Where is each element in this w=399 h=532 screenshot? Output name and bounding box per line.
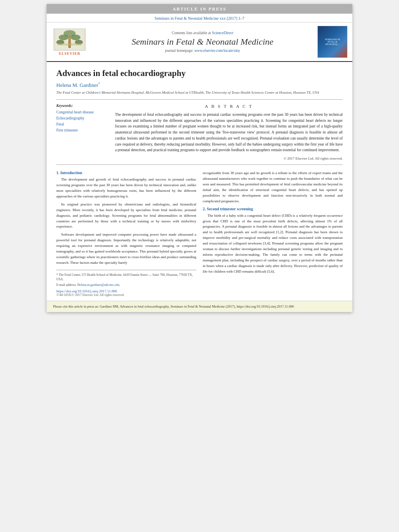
- sciencedirect-link[interactable]: ScienceDirect: [212, 31, 233, 35]
- footnote-1: * The Fetal Center, UT Health School of …: [56, 273, 196, 281]
- footnote-section: * The Fetal Center, UT Health School of …: [56, 270, 196, 297]
- body-right-column: recognizable from 30 years ago and its g…: [203, 170, 343, 297]
- section-2-para: The birth of a baby with a congenital he…: [203, 213, 343, 275]
- svg-point-2: [59, 35, 68, 40]
- section-1-title: 1. Introduction: [56, 170, 196, 175]
- copyright-line: © 2017 Elsevier Ltd. All rights reserved…: [115, 156, 343, 160]
- abstract-text: The development of fetal echocardiograph…: [115, 112, 343, 153]
- journal-title-center: Contents lists available at ScienceDirec…: [88, 31, 317, 53]
- divider-1: [56, 99, 343, 100]
- issn-text: 1744-165X/© 2017 Elsevier Ltd. All right…: [56, 293, 196, 297]
- section-1-right-para: recognizable from 30 years ago and its g…: [203, 170, 343, 204]
- abstract-column: A B S T R A C T The development of fetal…: [115, 104, 343, 160]
- contents-line: Contents lists available at ScienceDirec…: [88, 31, 317, 35]
- author-name: Helena M. Gardiner*: [56, 82, 343, 88]
- abstract-title: A B S T R A C T: [115, 104, 343, 109]
- cover-text: SEMINARS INFETAL &NEONATAL...: [324, 37, 341, 46]
- elsevier-label: ELSEVIER: [59, 51, 80, 55]
- keyword-3: Fetal: [56, 121, 109, 127]
- aip-banner: ARTICLE IN PRESS: [47, 4, 352, 14]
- affiliation: The Fetal Center at Children's Memorial …: [56, 90, 343, 95]
- homepage-line: journal homepage: www.elsevier.com/locat…: [88, 49, 317, 53]
- abstract-section: Keywords: Congenital heart disease Echoc…: [56, 104, 343, 160]
- journal-ref-line: Seminars in Fetal & Neonatal Medicine xx…: [47, 14, 352, 23]
- divider-2: [56, 164, 343, 165]
- article-title: Advances in fetal echocardiography: [56, 68, 343, 78]
- footnote-email: E-mail address: Helena.m.gardiner@uth.tm…: [56, 283, 196, 287]
- body-left-column: 1. Introduction The development and grow…: [56, 170, 196, 297]
- keywords-list: Congenital heart disease Echocardiograph…: [56, 109, 109, 134]
- elsevier-tree-logo: [53, 29, 86, 51]
- main-content: Advances in fetal echocardiography Helen…: [47, 62, 352, 301]
- svg-point-8: [68, 37, 71, 41]
- keywords-column: Keywords: Congenital heart disease Echoc…: [56, 104, 109, 160]
- journal-header: ELSEVIER Contents lists available at Sci…: [47, 23, 352, 62]
- elsevier-logo: ELSEVIER: [51, 29, 88, 55]
- journal-title-text: Seminars in Fetal & Neonatal Medicine: [88, 37, 317, 47]
- footnote-email-link[interactable]: Helena.m.gardiner@uth.tmc.edu.: [77, 283, 120, 287]
- section-1-para-1: The development and growth of fetal echo…: [56, 177, 196, 199]
- svg-point-3: [71, 35, 80, 40]
- citation-bar: Please cite this article in press as: Ga…: [47, 301, 352, 312]
- article-page: ARTICLE IN PRESS Seminars in Fetal & Neo…: [47, 4, 352, 312]
- doi-link[interactable]: https://doi.org/10.1016/j.siny.2017.11.0…: [56, 289, 196, 293]
- keywords-title: Keywords:: [56, 104, 109, 108]
- svg-rect-9: [68, 41, 71, 46]
- keyword-2: Echocardiography: [56, 115, 109, 121]
- keyword-1: Congenital heart disease: [56, 109, 109, 115]
- section-1-para-3: Software development and improved comput…: [56, 232, 196, 266]
- homepage-link[interactable]: www.elsevier.com/locate/siny: [194, 49, 240, 53]
- keyword-4: First trimester: [56, 127, 109, 134]
- section-1-para-2: Its original practice was pioneered by o…: [56, 202, 196, 230]
- section-2-title: 2. Second trimester screening: [203, 207, 343, 211]
- journal-cover-image: SEMINARS INFETAL &NEONATAL...: [317, 26, 348, 58]
- body-content: 1. Introduction The development and grow…: [56, 170, 343, 297]
